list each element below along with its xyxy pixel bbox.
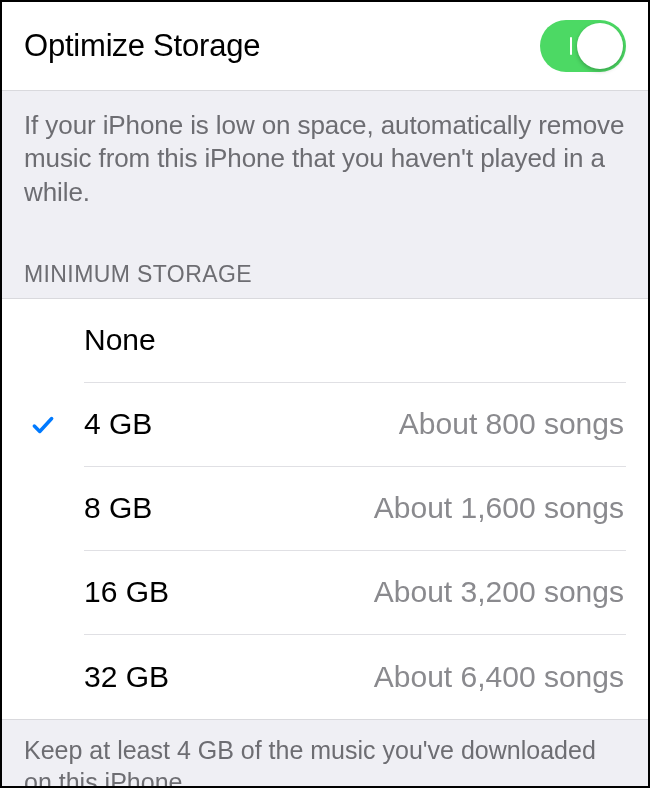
option-sub: About 6,400 songs [374, 660, 624, 694]
option-sub: About 800 songs [399, 407, 624, 441]
optimize-storage-label: Optimize Storage [24, 28, 260, 64]
option-sub: About 3,200 songs [374, 575, 624, 609]
toggle-knob [577, 23, 623, 69]
checkmark-icon [30, 412, 56, 438]
description-text: If your iPhone is low on space, automati… [2, 91, 648, 209]
option-sub: About 1,600 songs [374, 491, 624, 525]
option-16gb[interactable]: 16 GB About 3,200 songs [2, 551, 648, 635]
check-slot [2, 412, 84, 438]
minimum-storage-header: MINIMUM STORAGE [2, 209, 648, 298]
option-label: 4 GB [84, 407, 152, 441]
option-label: 16 GB [84, 575, 169, 609]
optimize-storage-toggle[interactable] [540, 20, 626, 72]
option-label: None [84, 323, 156, 357]
option-label: 32 GB [84, 660, 169, 694]
option-4gb[interactable]: 4 GB About 800 songs [2, 383, 648, 467]
option-8gb[interactable]: 8 GB About 1,600 songs [2, 467, 648, 551]
option-label: 8 GB [84, 491, 152, 525]
option-32gb[interactable]: 32 GB About 6,400 songs [2, 635, 648, 719]
storage-options-list: None 4 GB About 800 songs 8 GB About 1,6… [2, 298, 648, 720]
optimize-storage-row: Optimize Storage [2, 2, 648, 91]
option-none[interactable]: None [2, 299, 648, 383]
footer-text: Keep at least 4 GB of the music you've d… [2, 720, 648, 788]
